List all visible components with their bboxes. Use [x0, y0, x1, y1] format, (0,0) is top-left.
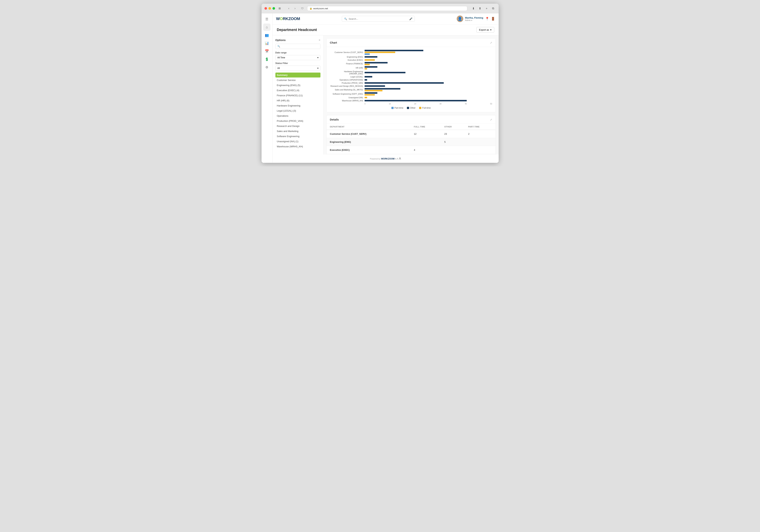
bar-other [364, 82, 444, 84]
bar-other [364, 72, 405, 73]
user-role: Admin ▾ [465, 19, 483, 21]
col-other: OTHER [441, 124, 465, 130]
sidebar-item[interactable]: HR (HR) (6) [275, 98, 320, 103]
dollar-icon[interactable]: 💲 [263, 56, 270, 63]
bar-other [364, 88, 400, 90]
sidebar-item[interactable]: Engineering (ENG) (5) [275, 83, 320, 88]
forward-button[interactable]: › [293, 6, 298, 11]
other-value: 23 [441, 130, 465, 138]
sidebar-item[interactable]: Warehouse (WRHS_KH) [275, 144, 320, 149]
app-container: ☰ ⌂ 👥 📊 📅 💲 ⚙ WORKZOOM 🔍 🎤 [261, 13, 499, 163]
lock-icon: 🔒 [309, 7, 312, 10]
new-tab-icon[interactable]: ＋ [484, 6, 489, 11]
sidebar-item[interactable]: Operations [275, 113, 320, 118]
user-name: Martha, Fleming [465, 17, 483, 19]
location-icon[interactable]: 📍 [485, 17, 489, 21]
panel-title: Options [275, 38, 286, 42]
legend-full-time: Full-time [419, 107, 431, 109]
chart-row: Research and Design (RES_DESIGN) [330, 85, 492, 87]
windows-icon[interactable]: ⧉ [491, 6, 496, 11]
logo: WORKZOOM [276, 17, 300, 21]
sidebar-item[interactable]: Hardware Engineering [275, 103, 320, 108]
chart-row: Sales and Marketing (SL_MKTG) [330, 88, 492, 91]
chart-row-label: Operations (OPERATIONS) [330, 79, 364, 81]
menu-icon[interactable]: ☰ [263, 16, 270, 23]
upload-icon[interactable]: ⬆ [478, 6, 483, 11]
status-filter-select[interactable]: All ▾ [275, 66, 320, 71]
dept-name: Engineering (ENG) [327, 138, 410, 146]
sidebar-item[interactable]: Research and Design [275, 124, 320, 128]
chart-row-label: Finance (FINANCE) [330, 63, 364, 65]
browser-window: ⊞ ‹ › 🛡 🔒 workzoom.net ⬇ ⬆ ＋ ⧉ ☰ ⌂ 👥 📊 📅… [261, 4, 499, 163]
bar-other [364, 56, 377, 58]
bar-other [364, 79, 367, 81]
back-button[interactable]: ‹ [286, 6, 291, 11]
chart-row: Engineering (ENG) [330, 56, 492, 58]
sidebar-item[interactable]: Summary [275, 72, 320, 77]
sidebar-item[interactable]: Unassigned (NA) (1) [275, 139, 320, 144]
chart-row-label: Research and Design (RES_DESIGN) [330, 85, 364, 87]
part-time-value: 2 [465, 130, 496, 138]
bar-full-time [364, 90, 382, 91]
chart-row: Operations (OPERATIONS) [330, 79, 492, 81]
sidebar-toggle-button[interactable]: ⊞ [277, 6, 282, 11]
legend-other: Other [407, 107, 415, 109]
axis-labels: 01020304050 [364, 103, 492, 105]
dept-name: Customer Service (CUST_SERV) [327, 130, 410, 138]
sidebar-item[interactable]: Production (PROD_VAN) [275, 118, 320, 123]
chart-axis: 01020304050 [330, 103, 492, 105]
logo-area: WORKZOOM [276, 17, 300, 21]
filter-search-input[interactable] [281, 45, 318, 48]
chart-row: Finance (FINANCE) [330, 62, 492, 65]
avatar: 👤 [457, 16, 463, 22]
share-icon[interactable]: ⬇ [471, 6, 476, 11]
traffic-lights [264, 7, 275, 10]
bar-part-time [364, 53, 370, 55]
chart-row-label: Sales and Marketing (SL_MKTG) [330, 89, 364, 91]
details-card: Details ⤢ DEPARTMENT FULL-TIME OTHER P [326, 115, 496, 155]
shield-icon: 🛡 [300, 6, 305, 11]
close-button[interactable] [264, 7, 267, 10]
chart-header: Chart ⤢ [327, 38, 496, 47]
home-icon[interactable]: ⌂ [263, 23, 270, 31]
sidebar-item[interactable]: Legal (LEGAL) (3) [275, 108, 320, 113]
calendar-icon[interactable]: 📅 [263, 48, 270, 55]
bar-other [364, 76, 372, 77]
export-button[interactable]: Export as ▾ [476, 27, 494, 33]
top-header: WORKZOOM 🔍 🎤 👤 Martha, Fleming Admin ▾ [272, 13, 499, 24]
collapse-button[interactable]: « [319, 38, 320, 42]
browser-nav: ‹ › [286, 6, 298, 11]
other-value [441, 146, 465, 154]
global-search[interactable]: 🔍 🎤 [342, 16, 415, 22]
settings-icon[interactable]: ⚙ [263, 64, 270, 71]
chart-row: Legal (LEGAL) [330, 76, 492, 78]
search-icon: 🔍 [344, 18, 347, 20]
details-expand-button[interactable]: ⤢ [490, 118, 492, 121]
minimize-button[interactable] [268, 7, 271, 10]
maximize-button[interactable] [272, 7, 275, 10]
address-bar[interactable]: 🔒 workzoom.net [307, 6, 467, 11]
col-department: DEPARTMENT [327, 124, 410, 130]
sidebar-item[interactable]: Finance (FINANCE) (11) [275, 93, 320, 98]
chart-row-label: HR (HR) [330, 67, 364, 69]
other-label: Other [410, 107, 415, 109]
chart-row-label: Executive (EXEC) [330, 59, 364, 61]
chevron-down-icon: ▾ [490, 28, 492, 31]
chart-row-label: Production (PROD_VAN) [330, 82, 364, 84]
nav-items: SummaryCustomer ServiceEngineering (ENG)… [275, 72, 320, 149]
logout-icon[interactable]: 🚪 [491, 17, 495, 21]
sidebar-item[interactable]: Software Engineering [275, 134, 320, 139]
sidebar-item[interactable]: Executive (EXEC) (4) [275, 88, 320, 93]
bar-full-time [364, 59, 375, 61]
user-info: Martha, Fleming Admin ▾ [465, 17, 483, 21]
filter-search[interactable]: 🔍 [275, 44, 320, 49]
chart-legend: Part-time Other Full-time [330, 107, 492, 109]
search-input[interactable] [349, 18, 408, 20]
chart-icon[interactable]: 📊 [263, 40, 270, 47]
people-icon[interactable]: 👥 [263, 31, 270, 39]
date-range-select[interactable]: All Time ▾ [275, 55, 320, 60]
bar-full-time [364, 68, 367, 69]
sidebar-item[interactable]: Customer Service [275, 78, 320, 83]
sidebar-item[interactable]: Sales and Marketing [275, 129, 320, 134]
chart-expand-button[interactable]: ⤢ [490, 41, 492, 44]
